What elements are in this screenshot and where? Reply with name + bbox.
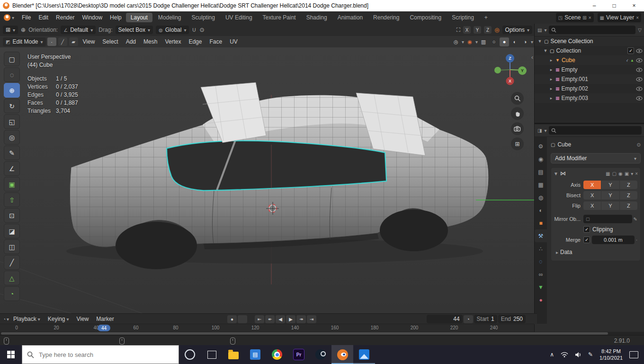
merge-threshold-field[interactable]: 0.001 m xyxy=(592,236,635,244)
tab-output[interactable]: ▤ xyxy=(535,165,547,178)
tool-annotate[interactable]: ✎ xyxy=(4,146,20,160)
workspace-tab-rendering[interactable]: Rendering xyxy=(368,13,404,22)
flip-x-toggle[interactable]: X xyxy=(583,201,601,210)
steam-button[interactable] xyxy=(310,345,331,364)
outliner-filter-icon[interactable]: ▽ xyxy=(638,27,642,33)
tool-spin[interactable]: ◔ xyxy=(4,286,20,301)
menu-mesh[interactable]: Mesh xyxy=(140,36,161,47)
jump-to-end-button[interactable]: ⇥ xyxy=(307,315,316,323)
auto-keying-button[interactable]: ● xyxy=(227,315,237,323)
outliner-row-empty[interactable]: ▸ ▦ Empty xyxy=(535,65,644,74)
menu-add[interactable]: Add xyxy=(123,36,139,47)
blender-taskbar-button[interactable] xyxy=(331,345,353,364)
taskbar-search[interactable] xyxy=(22,345,179,364)
tool-bevel[interactable]: ◪ xyxy=(4,224,20,238)
volume-icon[interactable] xyxy=(575,352,581,358)
extras-menu-icon[interactable]: ▾ xyxy=(631,171,633,176)
axis-y-toggle[interactable]: Y xyxy=(601,181,619,189)
outliner-row-empty-001[interactable]: ▸ ▦ Empty.001 xyxy=(535,74,644,84)
tab-physics[interactable]: ◌ xyxy=(535,255,547,268)
workspace-tab-sculpting[interactable]: Sculpting xyxy=(187,13,220,22)
menu-view-timeline[interactable]: View xyxy=(73,314,92,324)
action-center-icon[interactable] xyxy=(629,351,638,358)
premiere-button[interactable]: Pr xyxy=(288,345,310,364)
snap-magnet-icon[interactable]: ⊃ xyxy=(191,27,197,32)
tool-add-cube[interactable]: ▣ xyxy=(4,177,20,191)
vertex-select-button[interactable]: ∙ xyxy=(47,37,56,46)
outliner-row-cube[interactable]: ▸ ▼ Cube ⌐ ▲ xyxy=(535,55,644,65)
shading-solid-icon[interactable]: ● xyxy=(500,37,509,46)
show-overlays-icon[interactable]: ◉ xyxy=(465,37,474,46)
menu-uv[interactable]: UV xyxy=(226,36,241,47)
outliner-row-empty-002[interactable]: ▸ ▦ Empty.002 xyxy=(535,84,644,93)
menu-help[interactable]: Help xyxy=(106,11,125,24)
menu-marker[interactable]: Marker xyxy=(93,314,117,324)
navigation-gizmo[interactable]: Z Y X xyxy=(493,53,527,86)
new-scene-icon[interactable]: ⊞ xyxy=(582,15,586,20)
play-reverse-button[interactable]: ◀ xyxy=(276,315,285,323)
shading-wireframe-icon[interactable]: ○ xyxy=(489,37,499,46)
tool-poly-build[interactable]: △ xyxy=(4,271,20,285)
clipping-checkbox[interactable]: ✓ xyxy=(583,226,590,233)
jump-to-start-button[interactable]: ⇤ xyxy=(255,315,264,323)
menu-select[interactable]: Select xyxy=(99,36,121,47)
frame-end-field[interactable]: End250 xyxy=(498,315,526,323)
eye-icon[interactable] xyxy=(636,77,643,82)
edge-select-button[interactable]: ╱ xyxy=(58,37,67,46)
eye-icon[interactable] xyxy=(636,87,643,91)
workspace-tab-uv-editing[interactable]: UV Editing xyxy=(221,13,257,22)
tool-mode-dropdown[interactable]: ⊞ ▾ xyxy=(3,26,18,34)
view-layer-selector[interactable]: ▦ View Layer × xyxy=(598,13,641,22)
tri-right-icon[interactable]: ▸ xyxy=(549,77,554,82)
axis-z-toggle[interactable]: Z xyxy=(620,181,637,189)
blender-menu-button[interactable]: ▾ xyxy=(0,11,18,24)
search-input[interactable] xyxy=(38,351,153,359)
display-cage-icon[interactable]: ▦ xyxy=(606,171,610,176)
start-button[interactable] xyxy=(0,345,22,364)
ortho-grid-icon[interactable]: ⊞ xyxy=(511,137,524,150)
close-button[interactable]: × xyxy=(624,0,644,11)
task-view-button[interactable] xyxy=(201,345,223,364)
transform-pivot-dropdown[interactable]: ◍ Global ▾ xyxy=(156,26,189,34)
bisect-x-toggle[interactable]: X xyxy=(583,191,601,200)
menu-edit[interactable]: Edit xyxy=(35,11,52,24)
workspace-tab-layout[interactable]: Layout xyxy=(126,13,152,22)
orientation-dropdown[interactable]: ∠ Default ▾ xyxy=(61,26,96,34)
menu-vertex[interactable]: Vertex xyxy=(161,36,184,47)
photos-button[interactable] xyxy=(353,345,375,364)
properties-editor-icon[interactable]: ◨ xyxy=(537,128,542,133)
tri-down-icon[interactable]: ▼ xyxy=(537,39,542,44)
remove-view-layer-icon[interactable]: × xyxy=(636,15,639,20)
shading-rendered-icon[interactable]: ◑ xyxy=(520,37,530,46)
pen-workspace-icon[interactable]: ✎ xyxy=(588,351,593,358)
workspace-tab-scripting[interactable]: Scripting xyxy=(447,13,479,22)
frame-start-field[interactable]: Start1 xyxy=(474,315,497,323)
eyedropper-icon[interactable]: ✎ xyxy=(634,217,637,222)
outliner-row-scene-collection[interactable]: ▼ ▢ Scene Collection xyxy=(535,36,644,46)
tool-rotate[interactable]: ↻ xyxy=(4,99,20,113)
scene-selector[interactable]: ◳ Scene ⊞ × xyxy=(556,13,594,22)
tri-right-icon[interactable]: ▸ xyxy=(549,58,554,63)
tri-down-icon[interactable]: ▼ xyxy=(554,171,558,176)
current-frame-field[interactable]: 44 xyxy=(427,315,463,323)
mirror-x-toggle[interactable]: X xyxy=(463,26,471,34)
tri-right-icon[interactable]: ▸ xyxy=(549,67,554,72)
menu-render[interactable]: Render xyxy=(52,11,78,24)
tool-loop-cut[interactable]: ◫ xyxy=(4,239,20,254)
keying-set-button[interactable] xyxy=(238,315,247,323)
maximize-button[interactable]: □ xyxy=(604,0,624,11)
menu-face[interactable]: Face xyxy=(206,36,225,47)
add-workspace-button[interactable]: + xyxy=(480,13,492,22)
next-keyframe-button[interactable]: ↠ xyxy=(296,315,306,323)
tool-move[interactable]: ⊕ xyxy=(4,83,20,98)
workspace-tab-animation[interactable]: Animation xyxy=(333,13,367,22)
tool-scale[interactable]: ◱ xyxy=(4,114,20,129)
bisect-y-toggle[interactable]: Y xyxy=(601,191,619,200)
drag-dropdown[interactable]: Select Box ▾ xyxy=(116,26,153,34)
playhead-marker[interactable]: 44 xyxy=(98,325,110,331)
data-section-row[interactable]: ▸ Data xyxy=(551,247,637,257)
tab-object[interactable]: ■ xyxy=(535,217,547,229)
face-select-button[interactable]: ▰ xyxy=(69,37,78,46)
outliner-search-input[interactable] xyxy=(549,26,635,34)
pin-icon[interactable]: ⊙ xyxy=(637,142,641,147)
